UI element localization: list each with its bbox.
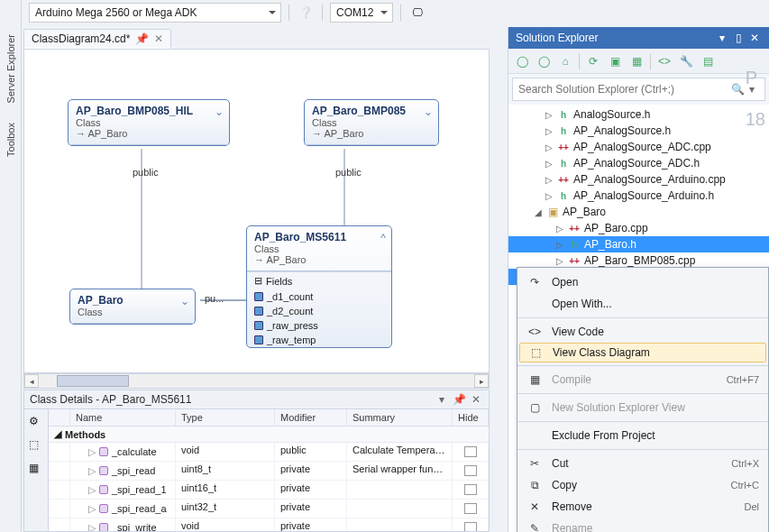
window-menu-icon[interactable]: ▾ (435, 392, 449, 407)
tree-item[interactable]: ◢▣AP_Baro (508, 204, 769, 220)
tree-label: AP_AnalogSource_Arduino.cpp (573, 173, 726, 186)
class-ap-baro[interactable]: ⌄ AP_Baro Class (69, 289, 196, 325)
field-item[interactable]: _raw_temp (247, 333, 391, 347)
pin-icon[interactable]: 📌 (135, 32, 149, 45)
hide-checkbox[interactable] (464, 522, 477, 532)
tree-label: AP_AnalogSource.h (573, 124, 671, 137)
tree-label: AP_Baro (563, 206, 606, 218)
col-summary[interactable]: Summary (347, 409, 453, 426)
tool-icon[interactable]: ▦ (29, 462, 43, 476)
expand-icon[interactable]: ▷ (555, 224, 564, 234)
close-icon[interactable]: ✕ (469, 392, 483, 407)
expand-icon[interactable]: ▷ (545, 110, 554, 120)
home-icon[interactable]: ⌂ (557, 53, 573, 69)
expand-icon[interactable]: ▷ (545, 159, 554, 169)
menu-item[interactable]: <>View Code (517, 321, 768, 343)
class-ap-baro-ms5611[interactable]: ^ AP_Baro_MS5611 Class → AP_Baro ⊟Fields… (246, 225, 392, 348)
collapse-icon[interactable]: ▣ (607, 53, 623, 69)
tree-item[interactable]: ▷hAP_AnalogSource_ADC.h (508, 155, 769, 171)
solution-search[interactable]: 🔍 ▾ (512, 78, 765, 101)
window-menu-icon[interactable]: ▾ (715, 31, 729, 45)
field-item[interactable]: _raw_press (247, 318, 391, 333)
expand-icon[interactable]: ▷ (545, 142, 554, 152)
class-ap-baro-bmp085[interactable]: ⌄ AP_Baro_BMP085 Class → AP_Baro (304, 99, 439, 146)
menu-item[interactable]: Open With... (517, 293, 768, 315)
tree-item[interactable]: ▷hAnalogSource.h (508, 106, 769, 123)
fields-section[interactable]: ⊟Fields (247, 271, 391, 289)
menu-item[interactable]: ✕RemoveDel (517, 496, 768, 518)
tree-item[interactable]: ▷++AP_Baro.cpp (508, 220, 769, 236)
scroll-left-button[interactable]: ◂ (24, 374, 39, 388)
edge-label: pu... (205, 293, 224, 304)
solution-search-input[interactable] (518, 83, 730, 96)
code-icon[interactable]: <> (656, 53, 673, 69)
monitor-icon[interactable]: 🖵 (408, 4, 426, 22)
menu-item[interactable]: ↷Open (517, 271, 768, 293)
expand-icon[interactable]: ▷ (555, 256, 564, 266)
field-item[interactable]: _d1_count (247, 289, 391, 304)
col-modifier[interactable]: Modifier (275, 409, 347, 426)
chevron-down-icon[interactable]: ⌄ (215, 105, 224, 118)
menu-icon: ▢ (526, 401, 543, 414)
search-icon[interactable]: 🔍 (730, 83, 745, 96)
tree-item[interactable]: ▷hAP_AnalogSource_Arduino.h (508, 188, 769, 204)
col-hide[interactable]: Hide (453, 409, 489, 426)
scroll-right-button[interactable]: ▸ (474, 374, 489, 388)
hide-checkbox[interactable] (464, 484, 477, 495)
port-dropdown[interactable]: COM12 (330, 3, 393, 23)
wrench-icon[interactable]: 🔧 (678, 53, 694, 69)
menu-item[interactable]: ⧉CopyCtrl+C (517, 474, 768, 496)
menu-item[interactable]: Exclude From Project (517, 425, 768, 446)
showall-icon[interactable]: ▦ (628, 53, 645, 69)
properties-icon[interactable]: ▤ (700, 53, 716, 69)
class-ap-baro-bmp085-hil[interactable]: ⌄ AP_Baro_BMP085_HIL Class → AP_Baro (68, 99, 230, 146)
tool-icon[interactable]: ⚙ (29, 415, 43, 429)
method-row[interactable]: ▷_spi_write voidprivate (49, 518, 489, 532)
expand-icon[interactable]: ◢ (534, 207, 543, 217)
pin-icon[interactable]: ▯ (731, 31, 746, 45)
method-row[interactable]: ▷_spi_read_1 uint16_tprivate (49, 481, 489, 500)
solution-explorer-toolbar: ◯ ◯ ⌂ ⟳ ▣ ▦ <> 🔧 ▤ (508, 49, 769, 74)
expand-icon[interactable]: ▷ (545, 191, 554, 201)
pin-icon[interactable]: 📌 (452, 392, 466, 407)
refresh-icon[interactable]: ⟳ (585, 53, 601, 69)
forward-icon[interactable]: ◯ (536, 53, 552, 69)
back-icon[interactable]: ◯ (514, 53, 530, 69)
board-dropdown[interactable]: Arduino Mega 2560 or Mega ADK (29, 3, 281, 23)
tree-item[interactable]: ▷++AP_AnalogSource_Arduino.cpp (508, 171, 769, 188)
chevron-up-icon[interactable]: ^ (380, 232, 386, 244)
expand-icon[interactable]: ▷ (545, 126, 554, 136)
file-tab-classdiagram[interactable]: ClassDiagram24.cd* 📌 ✕ (23, 29, 171, 49)
col-type[interactable]: Type (176, 409, 275, 426)
expand-icon[interactable]: ▷ (555, 240, 564, 250)
methods-section[interactable]: ◢Methods (49, 427, 489, 443)
tree-item[interactable]: ▷hAP_Baro.h (508, 236, 769, 252)
close-icon[interactable]: ✕ (154, 32, 163, 45)
menu-item[interactable]: ⬚View Class Diagram (519, 343, 766, 362)
hide-checkbox[interactable] (464, 465, 477, 476)
expand-icon[interactable]: ▷ (545, 175, 554, 185)
tree-item[interactable]: ▷++AP_AnalogSource_ADC.cpp (508, 139, 769, 155)
col-name[interactable]: Name (70, 409, 176, 426)
tree-item[interactable]: ▷hAP_AnalogSource.h (508, 123, 769, 139)
method-row[interactable]: ▷_spi_read uint8_tprivateSerial wrapper … (49, 462, 489, 481)
file-icon: h (557, 157, 570, 170)
tab-server-explorer[interactable]: Server Explorer (2, 29, 20, 111)
method-row[interactable]: ▷_calculate voidpublicCalculate Temperat… (49, 443, 489, 462)
context-menu[interactable]: ↷OpenOpen With...<>View Code⬚View Class … (517, 267, 769, 532)
diagram-canvas[interactable]: ⌄ AP_Baro_BMP085_HIL Class → AP_Baro ⌄ A… (23, 49, 490, 373)
field-item[interactable]: _d2_count (247, 304, 391, 318)
tab-toolbox[interactable]: Toolbox (2, 117, 20, 165)
chevron-down-icon[interactable]: ⌄ (180, 295, 189, 307)
help-icon[interactable]: ❔ (297, 4, 315, 22)
close-icon[interactable]: ✕ (747, 31, 762, 45)
file-icon: h (557, 189, 570, 202)
hide-checkbox[interactable] (464, 503, 477, 514)
hide-checkbox[interactable] (464, 446, 477, 457)
canvas-hscroll[interactable]: ◂ ▸ (23, 373, 490, 389)
chevron-down-icon[interactable]: ⌄ (424, 105, 433, 118)
menu-item[interactable]: ✂CutCtrl+X (517, 453, 768, 474)
scroll-thumb[interactable] (57, 375, 129, 387)
tool-icon[interactable]: ⬚ (29, 438, 43, 453)
method-row[interactable]: ▷_spi_read_a uint32_tprivate (49, 500, 489, 518)
